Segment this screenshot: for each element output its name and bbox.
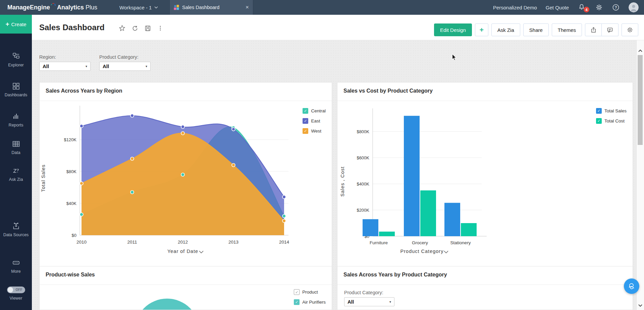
caret-down-icon: ▾ [389, 300, 391, 304]
svg-text:$0: $0 [72, 233, 76, 238]
svg-text:$40K: $40K [66, 201, 77, 206]
legend-item-total-sales[interactable]: ✓Total Sales [596, 108, 627, 114]
checkbox-icon: ✓ [596, 108, 602, 114]
svg-text:Stationery: Stationery [450, 240, 471, 245]
export-button[interactable] [585, 23, 602, 36]
edit-design-button[interactable]: Edit Design [434, 23, 472, 36]
brand-name: ManageEngine [7, 4, 50, 11]
sidebar-item-more[interactable]: More [0, 259, 32, 274]
product-category-filter-label: Product Category: [99, 54, 139, 60]
sidebar: + Create ExplorerDashboardsReportsDataAs… [0, 15, 32, 310]
product-category-filter-select[interactable]: All ▾ [99, 62, 151, 71]
ask-zia-button[interactable]: Ask Zia [491, 23, 520, 36]
themes-button[interactable]: Themes [552, 23, 582, 36]
svg-text:$800K: $800K [357, 129, 369, 134]
settings-topbar-button[interactable] [595, 3, 603, 11]
sidebar-item-data-sources[interactable]: Data Sources [0, 222, 32, 238]
caret-down-icon: ▾ [86, 64, 87, 68]
share-button[interactable]: Share [523, 23, 549, 36]
workspace-selector[interactable]: Workspace - 1 [119, 0, 158, 15]
checkbox-icon: ✓ [596, 118, 602, 124]
plus-icon: + [5, 20, 9, 28]
divider [40, 285, 332, 285]
viewer-toggle[interactable]: OFF [7, 287, 25, 293]
sidebar-item-reports[interactable]: Reports [0, 112, 32, 128]
get-quote-link[interactable]: Get Quote [546, 5, 569, 10]
region-filter-select[interactable]: All ▾ [39, 62, 91, 71]
svg-text:?: ? [615, 5, 617, 9]
comments-button[interactable] [602, 23, 619, 36]
sales-across-years-by-region-chart[interactable]: $0$40K$80K$120K20102011201220132014Year … [40, 101, 332, 269]
legend-item-central[interactable]: ✓Central [303, 108, 326, 114]
divider [337, 285, 633, 285]
viewer-label: Viewer [10, 296, 22, 301]
sidebar-item-label: Data [11, 150, 20, 155]
legend-label: Central [311, 108, 326, 113]
data-sources-icon [12, 222, 20, 230]
product-wise-sales-pie[interactable] [40, 285, 332, 310]
sales-vs-cost-chart[interactable]: $0$200K$400K$600K$800KFurnitureGrocerySt… [337, 101, 633, 269]
chat-bubble-icon [627, 282, 636, 290]
card-sales-across-years-by-category: Sales Across Years by Product Category P… [337, 266, 633, 310]
checkbox-icon: ✓ [303, 118, 308, 124]
sidebar-item-label: Ask Zia [9, 177, 23, 182]
tab-sales-dashboard[interactable]: Sales Dashboard × [169, 0, 253, 15]
sidebar-item-label: Reports [9, 123, 23, 128]
svg-text:$200K: $200K [357, 208, 369, 213]
svg-text:Furniture: Furniture [370, 240, 388, 245]
kebab-menu-icon[interactable] [157, 24, 164, 32]
legend-item-total-cost[interactable]: ✓Total Cost [596, 118, 627, 124]
chat-fab-button[interactable] [624, 278, 639, 294]
card-sales-across-years-by-region: Sales Across Years by Region ✓Central✓Ea… [39, 82, 332, 271]
topbar-right: Personalized Demo Get Quote 4 ? [493, 0, 639, 15]
comment-icon [606, 27, 613, 34]
sidebar-item-data[interactable]: Data [0, 140, 32, 155]
checkbox-icon: ✓ [294, 299, 300, 305]
chart-title: Sales Across Years by Product Category [343, 272, 447, 278]
dashboard-settings-button[interactable] [622, 23, 638, 36]
export-comment-group [585, 23, 619, 36]
sidebar-item-dashboards[interactable]: Dashboards [0, 82, 32, 98]
legend-label: Product [302, 290, 318, 295]
vertical-scrollbar [636, 40, 644, 310]
chart-filter-value: All [347, 299, 354, 305]
legend-label: Total Sales [604, 108, 627, 113]
tab-label: Sales Dashboard [182, 5, 243, 10]
refresh-icon[interactable] [131, 25, 139, 32]
reports-icon [12, 112, 20, 120]
sidebar-item-label: More [11, 269, 20, 274]
scrollbar-thumb[interactable] [638, 55, 643, 145]
chart-filter-label: Product Category: [344, 290, 383, 295]
chart-title: Sales Across Years by Region [46, 88, 122, 94]
scroll-down-icon[interactable] [638, 303, 643, 309]
brand-product-suffix: Plus [86, 4, 97, 11]
caret-down-icon: ▾ [146, 64, 147, 68]
chart-legend: ✓Total Sales✓Total Cost [596, 108, 627, 124]
avatar[interactable] [629, 2, 639, 12]
notifications-button[interactable]: 4 [578, 3, 586, 12]
checkbox-icon: ✓ [303, 128, 308, 134]
sidebar-item-ask-zia[interactable]: Ask Zia [0, 167, 32, 182]
legend-item-east[interactable]: ✓East [303, 118, 326, 124]
region-filter-value: All [43, 63, 49, 69]
favorite-star-icon[interactable] [118, 24, 126, 32]
legend-item-product[interactable]: ✓Product [294, 289, 326, 295]
tab-close-icon[interactable]: × [246, 4, 249, 11]
chart-filter-select[interactable]: All ▾ [344, 297, 394, 306]
more-icon [12, 259, 20, 267]
analytics-plus-app: ManageEngineAnalytics Plus Workspace - 1… [0, 0, 644, 310]
save-icon[interactable] [144, 25, 151, 32]
create-button[interactable]: + Create [0, 15, 32, 34]
add-widget-button[interactable]: + [475, 23, 488, 36]
sidebar-item-explorer[interactable]: Explorer [0, 52, 32, 68]
scroll-up-icon[interactable] [638, 48, 643, 54]
legend-item-air-purifiers[interactable]: ✓Air Purifiers [294, 299, 326, 305]
brand-product: Analytics [57, 4, 84, 11]
legend-item-west[interactable]: ✓West [303, 128, 326, 134]
sidebar-item-label: Explorer [8, 63, 24, 68]
personalized-demo-link[interactable]: Personalized Demo [493, 5, 537, 10]
page-title: Sales Dashboard [39, 23, 105, 32]
legend-label: Total Cost [604, 118, 625, 123]
help-button[interactable]: ? [612, 3, 620, 11]
create-label: Create [11, 21, 26, 27]
